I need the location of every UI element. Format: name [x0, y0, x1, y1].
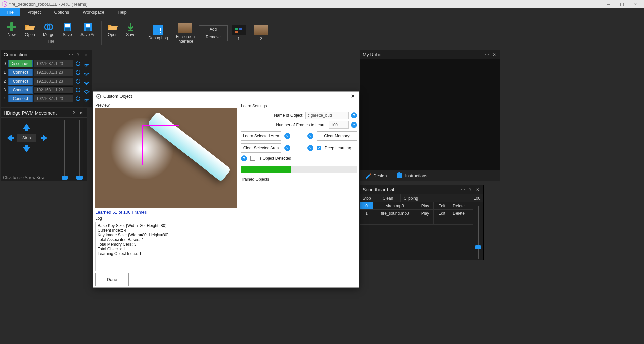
arrow-down-button[interactable] — [22, 145, 31, 153]
ip-input[interactable]: 192.168.1.1:23 — [34, 86, 73, 94]
help-icon[interactable]: ? — [284, 133, 290, 139]
sb-stop-button[interactable]: Stop — [360, 194, 380, 202]
workspace1-button[interactable]: 1 — [228, 25, 250, 41]
merge-button[interactable]: Merge — [43, 23, 54, 37]
menu-help[interactable]: Help — [111, 8, 133, 16]
ip-input[interactable]: 192.168.1.1:23 — [34, 95, 73, 102]
app-logo-icon: S — [2, 1, 7, 7]
disconnect-button[interactable]: Disconnect — [8, 60, 33, 67]
camera-preview[interactable] — [95, 108, 237, 208]
help-icon[interactable]: ? — [284, 145, 290, 151]
stop-button[interactable]: Stop — [17, 134, 36, 142]
open2-button[interactable]: Open — [108, 23, 118, 37]
refresh-icon[interactable] — [75, 78, 82, 85]
debuglog-label: Debug Log — [148, 36, 168, 40]
panel-menu-icon[interactable]: ⋯ — [68, 52, 74, 58]
panel-close-icon[interactable]: ✕ — [83, 52, 89, 58]
refresh-icon[interactable] — [75, 69, 82, 76]
dialog-close-button[interactable]: ✕ — [349, 93, 356, 100]
panel-close-icon[interactable]: ✕ — [475, 187, 481, 193]
panel-menu-icon[interactable]: ⋯ — [460, 187, 466, 193]
panel-help-icon[interactable]: ? — [71, 110, 77, 116]
arrow-right-button[interactable] — [39, 134, 49, 142]
panel-help-icon[interactable]: ? — [467, 187, 473, 193]
log-textarea[interactable]: Base Key Size: {Width=80, Height=80} Cur… — [95, 222, 235, 271]
menu-workspace[interactable]: Workspace — [76, 8, 111, 16]
sb-clean-button[interactable]: Clean — [380, 194, 401, 202]
remove-button[interactable]: Remove — [199, 33, 227, 41]
fullscreen-label: Fullscreen Interface — [176, 34, 195, 44]
arrow-left-button[interactable] — [6, 134, 15, 142]
help-icon[interactable]: ? — [351, 112, 357, 118]
hbridge-panel: HBridge PWM Movement ⋯ ? ✕ Stop Click to… — [1, 108, 87, 181]
arrow-up-button[interactable] — [22, 123, 31, 131]
right-speed-slider[interactable] — [75, 120, 84, 180]
tab-instructions[interactable]: Instructions — [393, 171, 430, 180]
frames-input[interactable]: 100 — [329, 121, 349, 129]
panel-help-icon[interactable]: ? — [75, 52, 82, 58]
refresh-icon[interactable] — [75, 95, 82, 102]
open-button[interactable]: Open — [25, 23, 35, 37]
workspace2-button[interactable]: 2 — [250, 25, 272, 41]
panel-close-icon[interactable]: ✕ — [78, 110, 84, 116]
connect-button[interactable]: Connect — [8, 95, 33, 102]
ip-input[interactable]: 192.168.1.1:23 — [34, 78, 73, 85]
fullscreen-button[interactable]: Fullscreen Interface — [172, 23, 199, 44]
close-window-button[interactable]: ✕ — [629, 0, 642, 8]
menu-options[interactable]: Options — [47, 8, 76, 16]
svg-text:!: ! — [159, 26, 162, 34]
object-name-input[interactable] — [305, 112, 349, 119]
learn-area-button[interactable]: Learn Selected Area — [241, 131, 281, 141]
help-icon[interactable]: ? — [307, 145, 313, 151]
sb-filename: fire_sound.mp3 — [373, 210, 417, 217]
help-icon[interactable]: ? — [351, 122, 357, 128]
sb-play-button[interactable]: Play — [417, 202, 434, 209]
open2-label: Open — [108, 32, 117, 37]
save2-button[interactable]: Save — [126, 23, 136, 37]
sb-edit-button[interactable]: Edit — [434, 202, 450, 209]
done-button[interactable]: Done — [95, 273, 129, 286]
minimize-button[interactable]: ─ — [602, 0, 615, 8]
wifi-icon — [83, 69, 90, 76]
selection-rect[interactable] — [142, 125, 179, 165]
menu-file[interactable]: File — [0, 8, 20, 16]
sb-delete-button[interactable]: Delete — [450, 202, 467, 209]
maximize-button[interactable]: ▢ — [615, 0, 629, 8]
refresh-icon[interactable] — [75, 87, 82, 93]
panel-close-icon[interactable]: ✕ — [491, 52, 497, 58]
menu-project[interactable]: Project — [20, 8, 47, 16]
debuglog-button[interactable]: ! Debug Log — [144, 26, 172, 40]
svg-rect-7 — [86, 28, 90, 31]
sb-play-button[interactable]: Play — [417, 210, 434, 217]
save-button[interactable]: Save — [62, 23, 72, 37]
refresh-icon[interactable] — [75, 60, 82, 67]
add-button[interactable]: Add — [199, 26, 227, 33]
connect-button[interactable]: Connect — [8, 78, 33, 85]
saveas-button[interactable]: Save As — [80, 23, 95, 37]
ip-input[interactable]: 192.168.1.1:23 — [34, 60, 73, 67]
connection-index: 2 — [2, 79, 7, 84]
name-label: Name of Object: — [241, 113, 303, 118]
is-detected-checkbox[interactable] — [250, 156, 255, 161]
connect-button[interactable]: Connect — [8, 86, 33, 94]
clear-area-button[interactable]: Clear Selected Area — [241, 143, 281, 153]
ip-input[interactable]: 192.168.1.1:23 — [34, 69, 73, 76]
sb-delete-button[interactable]: Delete — [450, 210, 467, 217]
panel-menu-icon[interactable]: ⋯ — [63, 110, 69, 116]
clear-memory-button[interactable]: Clear Memory — [317, 131, 357, 141]
left-speed-slider[interactable] — [61, 120, 69, 180]
connection-row: 1Connect192.168.1.1:23 — [1, 68, 92, 77]
panel-menu-icon[interactable]: ⋯ — [484, 52, 490, 58]
hbridge-hint: Click to use Arrow Keys — [3, 175, 45, 180]
svg-rect-4 — [65, 28, 70, 31]
deep-learning-checkbox[interactable]: ✓ — [317, 146, 321, 150]
sb-edit-button[interactable]: Edit — [434, 210, 450, 217]
help-icon[interactable]: ? — [307, 133, 313, 139]
trained-objects-label: Trained Objects — [241, 176, 357, 183]
window-titlebar: S fire_detection_robot.EZB - ARC (Teams)… — [0, 0, 644, 8]
tab-design[interactable]: Design — [362, 171, 389, 180]
connect-button[interactable]: Connect — [8, 69, 33, 76]
sb-volume-slider[interactable] — [473, 202, 483, 260]
help-icon[interactable]: ? — [241, 155, 247, 161]
new-button[interactable]: New — [7, 23, 17, 37]
